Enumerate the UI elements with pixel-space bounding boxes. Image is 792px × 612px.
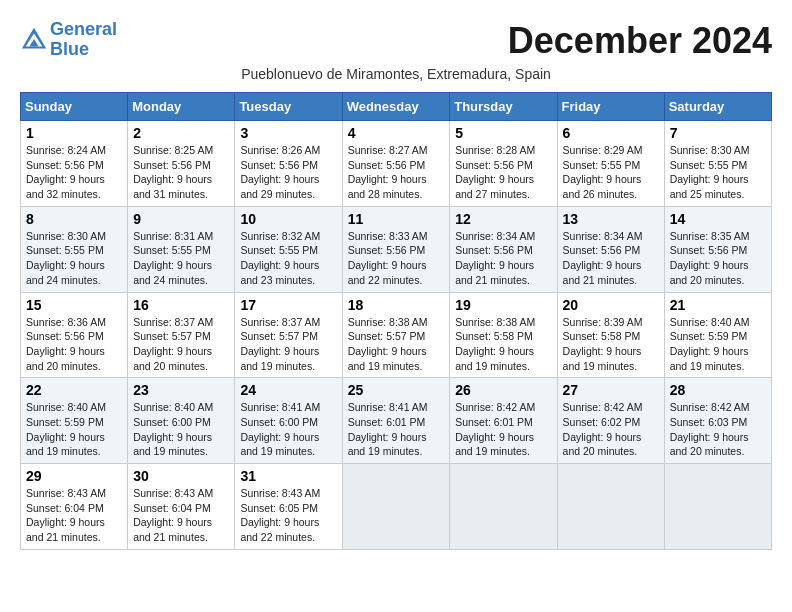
day-info: Sunrise: 8:27 AM Sunset: 5:56 PM Dayligh… xyxy=(348,143,445,202)
calendar-day-17: 17Sunrise: 8:37 AM Sunset: 5:57 PM Dayli… xyxy=(235,292,342,378)
day-number: 13 xyxy=(563,211,659,227)
day-info: Sunrise: 8:43 AM Sunset: 6:04 PM Dayligh… xyxy=(133,486,229,545)
logo-icon xyxy=(20,26,48,54)
day-number: 16 xyxy=(133,297,229,313)
calendar-day-11: 11Sunrise: 8:33 AM Sunset: 5:56 PM Dayli… xyxy=(342,206,450,292)
calendar-day-27: 27Sunrise: 8:42 AM Sunset: 6:02 PM Dayli… xyxy=(557,378,664,464)
logo: GeneralBlue xyxy=(20,20,117,60)
logo-text: GeneralBlue xyxy=(50,20,117,60)
calendar-day-9: 9Sunrise: 8:31 AM Sunset: 5:55 PM Daylig… xyxy=(128,206,235,292)
weekday-header-tuesday: Tuesday xyxy=(235,93,342,121)
weekday-header-saturday: Saturday xyxy=(664,93,771,121)
calendar-day-6: 6Sunrise: 8:29 AM Sunset: 5:55 PM Daylig… xyxy=(557,121,664,207)
day-number: 3 xyxy=(240,125,336,141)
day-number: 30 xyxy=(133,468,229,484)
calendar-day-24: 24Sunrise: 8:41 AM Sunset: 6:00 PM Dayli… xyxy=(235,378,342,464)
empty-cell xyxy=(557,464,664,550)
day-info: Sunrise: 8:42 AM Sunset: 6:01 PM Dayligh… xyxy=(455,400,551,459)
day-info: Sunrise: 8:43 AM Sunset: 6:05 PM Dayligh… xyxy=(240,486,336,545)
day-info: Sunrise: 8:42 AM Sunset: 6:03 PM Dayligh… xyxy=(670,400,766,459)
day-info: Sunrise: 8:38 AM Sunset: 5:57 PM Dayligh… xyxy=(348,315,445,374)
day-info: Sunrise: 8:40 AM Sunset: 5:59 PM Dayligh… xyxy=(26,400,122,459)
day-number: 26 xyxy=(455,382,551,398)
calendar-day-25: 25Sunrise: 8:41 AM Sunset: 6:01 PM Dayli… xyxy=(342,378,450,464)
calendar-day-23: 23Sunrise: 8:40 AM Sunset: 6:00 PM Dayli… xyxy=(128,378,235,464)
day-info: Sunrise: 8:31 AM Sunset: 5:55 PM Dayligh… xyxy=(133,229,229,288)
day-number: 5 xyxy=(455,125,551,141)
weekday-header-monday: Monday xyxy=(128,93,235,121)
day-number: 15 xyxy=(26,297,122,313)
day-number: 14 xyxy=(670,211,766,227)
day-number: 2 xyxy=(133,125,229,141)
page-subtitle: Pueblonuevo de Miramontes, Extremadura, … xyxy=(20,66,772,82)
calendar-day-28: 28Sunrise: 8:42 AM Sunset: 6:03 PM Dayli… xyxy=(664,378,771,464)
empty-cell xyxy=(342,464,450,550)
calendar-day-5: 5Sunrise: 8:28 AM Sunset: 5:56 PM Daylig… xyxy=(450,121,557,207)
calendar-day-19: 19Sunrise: 8:38 AM Sunset: 5:58 PM Dayli… xyxy=(450,292,557,378)
day-number: 7 xyxy=(670,125,766,141)
day-number: 28 xyxy=(670,382,766,398)
day-info: Sunrise: 8:37 AM Sunset: 5:57 PM Dayligh… xyxy=(240,315,336,374)
day-number: 27 xyxy=(563,382,659,398)
calendar-day-26: 26Sunrise: 8:42 AM Sunset: 6:01 PM Dayli… xyxy=(450,378,557,464)
day-info: Sunrise: 8:30 AM Sunset: 5:55 PM Dayligh… xyxy=(26,229,122,288)
calendar-day-15: 15Sunrise: 8:36 AM Sunset: 5:56 PM Dayli… xyxy=(21,292,128,378)
day-info: Sunrise: 8:29 AM Sunset: 5:55 PM Dayligh… xyxy=(563,143,659,202)
calendar-day-3: 3Sunrise: 8:26 AM Sunset: 5:56 PM Daylig… xyxy=(235,121,342,207)
day-number: 18 xyxy=(348,297,445,313)
day-info: Sunrise: 8:33 AM Sunset: 5:56 PM Dayligh… xyxy=(348,229,445,288)
calendar-day-18: 18Sunrise: 8:38 AM Sunset: 5:57 PM Dayli… xyxy=(342,292,450,378)
day-number: 11 xyxy=(348,211,445,227)
calendar-day-4: 4Sunrise: 8:27 AM Sunset: 5:56 PM Daylig… xyxy=(342,121,450,207)
day-number: 31 xyxy=(240,468,336,484)
day-number: 19 xyxy=(455,297,551,313)
day-info: Sunrise: 8:43 AM Sunset: 6:04 PM Dayligh… xyxy=(26,486,122,545)
day-number: 8 xyxy=(26,211,122,227)
day-info: Sunrise: 8:28 AM Sunset: 5:56 PM Dayligh… xyxy=(455,143,551,202)
day-info: Sunrise: 8:40 AM Sunset: 6:00 PM Dayligh… xyxy=(133,400,229,459)
day-number: 24 xyxy=(240,382,336,398)
calendar-day-14: 14Sunrise: 8:35 AM Sunset: 5:56 PM Dayli… xyxy=(664,206,771,292)
calendar-day-16: 16Sunrise: 8:37 AM Sunset: 5:57 PM Dayli… xyxy=(128,292,235,378)
page-header: GeneralBlue December 2024 xyxy=(20,20,772,62)
calendar-day-22: 22Sunrise: 8:40 AM Sunset: 5:59 PM Dayli… xyxy=(21,378,128,464)
day-number: 25 xyxy=(348,382,445,398)
day-info: Sunrise: 8:24 AM Sunset: 5:56 PM Dayligh… xyxy=(26,143,122,202)
calendar-day-31: 31Sunrise: 8:43 AM Sunset: 6:05 PM Dayli… xyxy=(235,464,342,550)
day-number: 9 xyxy=(133,211,229,227)
day-info: Sunrise: 8:36 AM Sunset: 5:56 PM Dayligh… xyxy=(26,315,122,374)
day-number: 1 xyxy=(26,125,122,141)
calendar-day-8: 8Sunrise: 8:30 AM Sunset: 5:55 PM Daylig… xyxy=(21,206,128,292)
day-number: 20 xyxy=(563,297,659,313)
day-info: Sunrise: 8:41 AM Sunset: 6:00 PM Dayligh… xyxy=(240,400,336,459)
weekday-header-sunday: Sunday xyxy=(21,93,128,121)
calendar-day-20: 20Sunrise: 8:39 AM Sunset: 5:58 PM Dayli… xyxy=(557,292,664,378)
day-info: Sunrise: 8:34 AM Sunset: 5:56 PM Dayligh… xyxy=(455,229,551,288)
day-number: 17 xyxy=(240,297,336,313)
day-number: 29 xyxy=(26,468,122,484)
calendar-day-1: 1Sunrise: 8:24 AM Sunset: 5:56 PM Daylig… xyxy=(21,121,128,207)
day-info: Sunrise: 8:34 AM Sunset: 5:56 PM Dayligh… xyxy=(563,229,659,288)
calendar-day-2: 2Sunrise: 8:25 AM Sunset: 5:56 PM Daylig… xyxy=(128,121,235,207)
calendar-table: SundayMondayTuesdayWednesdayThursdayFrid… xyxy=(20,92,772,550)
weekday-header-friday: Friday xyxy=(557,93,664,121)
day-number: 23 xyxy=(133,382,229,398)
day-info: Sunrise: 8:32 AM Sunset: 5:55 PM Dayligh… xyxy=(240,229,336,288)
day-number: 10 xyxy=(240,211,336,227)
day-info: Sunrise: 8:25 AM Sunset: 5:56 PM Dayligh… xyxy=(133,143,229,202)
day-info: Sunrise: 8:39 AM Sunset: 5:58 PM Dayligh… xyxy=(563,315,659,374)
day-number: 21 xyxy=(670,297,766,313)
day-info: Sunrise: 8:42 AM Sunset: 6:02 PM Dayligh… xyxy=(563,400,659,459)
day-info: Sunrise: 8:26 AM Sunset: 5:56 PM Dayligh… xyxy=(240,143,336,202)
weekday-header-thursday: Thursday xyxy=(450,93,557,121)
month-title: December 2024 xyxy=(508,20,772,62)
day-info: Sunrise: 8:37 AM Sunset: 5:57 PM Dayligh… xyxy=(133,315,229,374)
calendar-day-21: 21Sunrise: 8:40 AM Sunset: 5:59 PM Dayli… xyxy=(664,292,771,378)
empty-cell xyxy=(450,464,557,550)
day-info: Sunrise: 8:30 AM Sunset: 5:55 PM Dayligh… xyxy=(670,143,766,202)
calendar-day-12: 12Sunrise: 8:34 AM Sunset: 5:56 PM Dayli… xyxy=(450,206,557,292)
calendar-day-10: 10Sunrise: 8:32 AM Sunset: 5:55 PM Dayli… xyxy=(235,206,342,292)
day-info: Sunrise: 8:38 AM Sunset: 5:58 PM Dayligh… xyxy=(455,315,551,374)
calendar-day-30: 30Sunrise: 8:43 AM Sunset: 6:04 PM Dayli… xyxy=(128,464,235,550)
calendar-day-29: 29Sunrise: 8:43 AM Sunset: 6:04 PM Dayli… xyxy=(21,464,128,550)
